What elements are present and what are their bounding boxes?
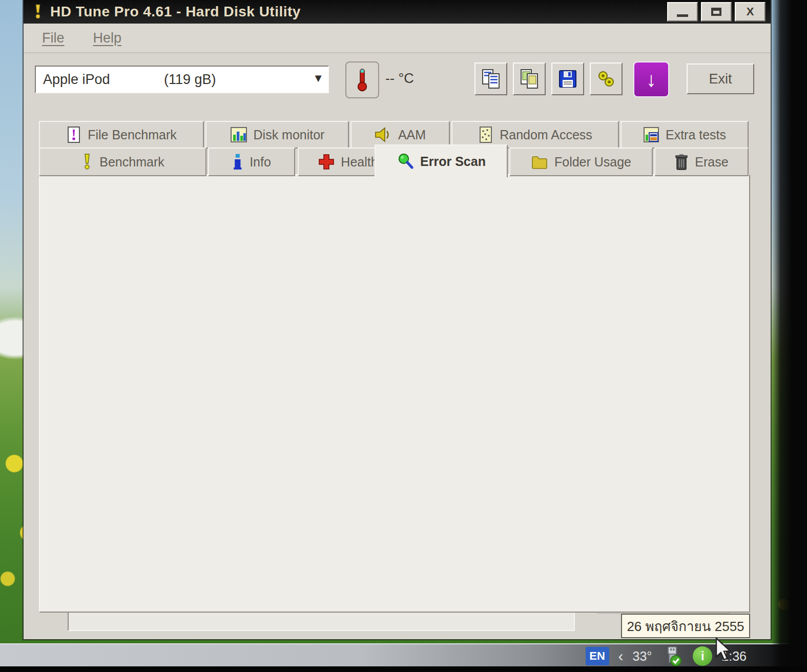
tab-label: Erase: [695, 155, 728, 170]
minimize-button[interactable]: [667, 2, 698, 22]
tray-chevron-icon[interactable]: ‹: [618, 647, 624, 665]
device-capacity: (119 gB): [164, 72, 216, 88]
copy-image-button[interactable]: [513, 62, 546, 95]
extra-tests-icon: [643, 127, 659, 143]
speaker-icon: [375, 127, 392, 142]
file-benchmark-icon: [66, 126, 81, 143]
tab-file-benchmark[interactable]: File Benchmark: [39, 121, 204, 149]
info-tray-icon[interactable]: i: [693, 646, 712, 666]
tab-extra-tests[interactable]: Extra tests: [620, 121, 749, 149]
random-access-icon: [478, 126, 493, 143]
tab-label: Health: [341, 155, 378, 170]
tab-label: Extra tests: [666, 128, 726, 142]
app-window: HD Tune Pro 4.61 - Hard Disk Utility X F…: [24, 0, 771, 639]
copy-text-button[interactable]: [474, 62, 507, 95]
copy-text-icon: [480, 68, 502, 90]
temperature-readout: -- °C: [385, 71, 414, 87]
health-cross-icon: [318, 154, 335, 170]
download-button[interactable]: ↓: [633, 61, 669, 97]
chevron-down-icon: ▼: [313, 72, 324, 85]
save-icon: [556, 68, 579, 90]
tab-label: Disk monitor: [254, 128, 325, 142]
close-button[interactable]: X: [735, 2, 765, 22]
tab-label: Error Scan: [420, 154, 486, 169]
tab-info[interactable]: Info: [208, 148, 295, 176]
window-title: HD Tune Pro 4.61 - Hard Disk Utility: [50, 4, 301, 20]
error-scan-page: [39, 174, 750, 613]
minimize-icon: [677, 14, 688, 17]
tab-label: Random Access: [500, 128, 592, 142]
save-button[interactable]: [551, 62, 584, 95]
tab-erase[interactable]: Erase: [654, 148, 749, 176]
monitor-bezel: [771, 0, 807, 672]
thermometer-icon: [354, 67, 371, 93]
tools-icon: [595, 68, 617, 90]
tab-error-scan[interactable]: Error Scan: [375, 144, 508, 177]
app-icon: [30, 4, 45, 20]
date-tooltip: 26 พฤศจิกายน 2555: [621, 614, 750, 638]
monitor-bezel: [0, 666, 807, 672]
menu-file[interactable]: File: [42, 30, 65, 46]
photo-of-screen: HD Tune Pro 4.61 - Hard Disk Utility X F…: [0, 0, 807, 672]
maximize-button[interactable]: [701, 2, 732, 22]
maximize-icon: [711, 8, 721, 16]
tab-label: AAM: [398, 128, 426, 142]
disk-monitor-icon: [230, 127, 247, 143]
tab-disk-monitor[interactable]: Disk monitor: [205, 121, 349, 149]
folder-icon: [531, 154, 548, 170]
usb-tray-icon[interactable]: [661, 645, 684, 667]
tab-label: Folder Usage: [554, 155, 631, 170]
taskbar[interactable]: EN ‹ 33° i 1:36: [0, 643, 807, 668]
device-selector[interactable]: Apple iPod (119 gB) ▼: [35, 66, 329, 93]
tools-button[interactable]: [590, 62, 623, 95]
device-name: Apple iPod: [43, 72, 110, 88]
menu-help[interactable]: Help: [93, 30, 122, 46]
trash-icon: [674, 153, 689, 171]
menu-bar: File Help: [24, 24, 771, 53]
info-icon: [232, 153, 243, 171]
temperature-button[interactable]: [345, 61, 379, 98]
title-bar[interactable]: HD Tune Pro 4.61 - Hard Disk Utility X: [24, 0, 771, 24]
copy-image-icon: [518, 68, 541, 90]
down-arrow-icon: ↓: [646, 68, 656, 91]
tab-folder-usage[interactable]: Folder Usage: [509, 148, 653, 176]
benchmark-icon: [81, 153, 93, 171]
magnifier-icon: [397, 153, 414, 170]
tab-benchmark[interactable]: Benchmark: [39, 148, 206, 176]
tab-label: Benchmark: [99, 155, 164, 170]
tab-label: File Benchmark: [88, 128, 177, 142]
exit-button[interactable]: Exit: [687, 64, 754, 94]
language-indicator[interactable]: EN: [586, 647, 609, 665]
close-icon: X: [747, 5, 754, 18]
mouse-cursor-icon: [713, 637, 735, 666]
tab-label: Info: [250, 155, 271, 170]
tray-temperature[interactable]: 33°: [633, 649, 652, 664]
